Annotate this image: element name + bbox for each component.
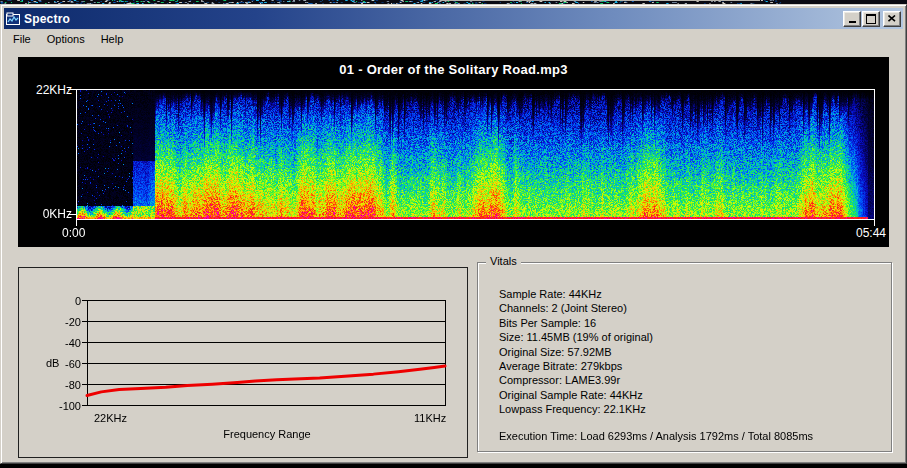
window-controls (842, 11, 901, 27)
time-end-label: 05:44 (856, 226, 886, 240)
window-title: Spectro (24, 12, 70, 26)
maximize-icon (866, 14, 876, 24)
vital-size: Size: 11.45MB (19% of original) (499, 330, 653, 344)
freq-axis-bottom-label: 0KHz (18, 207, 72, 221)
db-tick-label: 0 (49, 295, 81, 307)
vitals-lines: Sample Rate: 44KHz Channels: 2 (Joint St… (499, 287, 653, 417)
freq-axis-bottom-tick (68, 214, 76, 215)
menu-options[interactable]: Options (39, 31, 93, 48)
freq-axis-top-label: 22KHz (18, 83, 72, 97)
minimize-icon (849, 21, 856, 23)
vitals-groupbox: Vitals Sample Rate: 44KHz Channels: 2 (J… (477, 262, 892, 452)
db-tick-label: -20 (49, 316, 81, 328)
vitals-legend: Vitals (486, 255, 521, 267)
y-axis-title: dB (46, 357, 59, 369)
vital-original-size: Original Size: 57.92MB (499, 345, 653, 359)
execution-time: Execution Time: Load 6293ms / Analysis 1… (499, 430, 813, 442)
x-axis-title: Frequency Range (88, 428, 446, 440)
db-tick-label: -100 (49, 400, 81, 412)
vital-lowpass-frequency: Lowpass Frequency: 22.1KHz (499, 402, 653, 416)
vital-channels: Channels: 2 (Joint Stereo) (499, 301, 653, 315)
spectrogram-canvas (77, 90, 874, 219)
menu-help[interactable]: Help (93, 31, 132, 48)
title-bar[interactable]: Spectro (4, 8, 903, 29)
desktop: { "window": { "title": "Spectro", "minim… (0, 0, 907, 468)
vital-original-sample-rate: Original Sample Rate: 44KHz (499, 388, 653, 402)
maximize-button[interactable] (862, 11, 880, 27)
db-tick-label: -80 (49, 379, 81, 391)
menu-file[interactable]: File (5, 31, 39, 48)
time-start-label: 0:00 (62, 226, 85, 240)
close-button[interactable] (883, 11, 901, 27)
vital-average-bitrate: Average Bitrate: 279kbps (499, 359, 653, 373)
app-icon (6, 12, 20, 26)
spectrogram-panel: 01 - Order of the Solitary Road.mp3 22KH… (18, 57, 889, 247)
track-title: 01 - Order of the Solitary Road.mp3 (18, 62, 889, 77)
x-tick-right-label: 11KHz (414, 412, 446, 424)
vital-compressor: Compressor: LAME3.99r (499, 373, 653, 387)
frequency-response-panel: 0-20-40-60-80-100 dB 22KHz 11KHz Frequen… (18, 267, 468, 458)
vital-sample-rate: Sample Rate: 44KHz (499, 287, 653, 301)
freq-axis-top-tick (68, 89, 76, 90)
db-tick-label: -40 (49, 337, 81, 349)
vital-bits-per-sample: Bits Per Sample: 16 (499, 316, 653, 330)
menu-bar: File Options Help (5, 30, 902, 49)
close-icon (888, 15, 896, 22)
x-tick-left-label: 22KHz (94, 412, 127, 424)
minimize-button[interactable] (843, 11, 861, 27)
